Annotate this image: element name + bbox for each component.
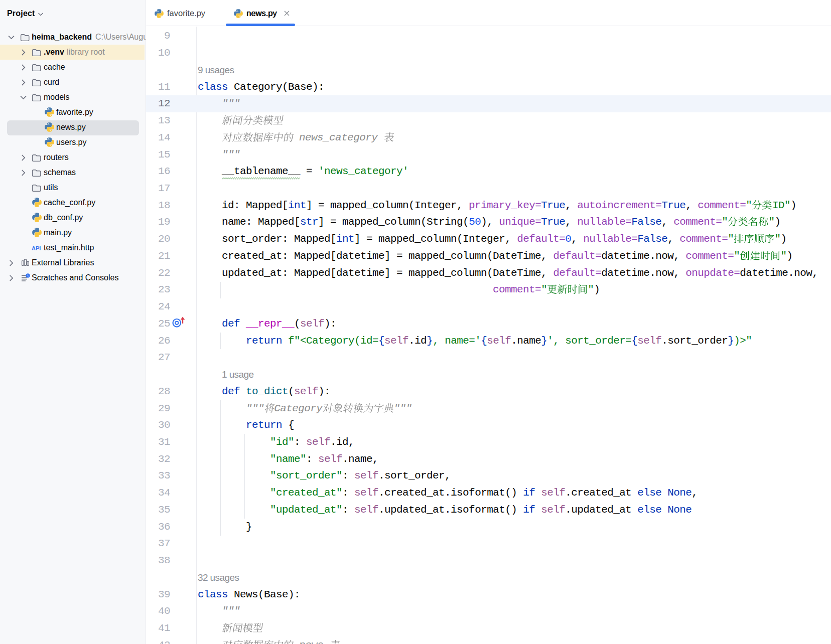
svg-text:API: API <box>32 245 41 251</box>
